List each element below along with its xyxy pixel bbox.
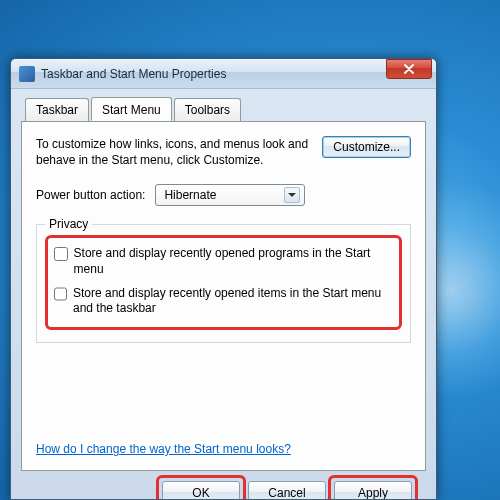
close-button[interactable] [386, 59, 432, 79]
window-title: Taskbar and Start Menu Properties [41, 67, 386, 81]
privacy-highlight: Store and display recently opened progra… [45, 235, 402, 329]
ok-button[interactable]: OK [162, 481, 240, 500]
privacy-checkbox-items[interactable] [54, 287, 67, 301]
tab-toolbars[interactable]: Toolbars [174, 98, 241, 122]
close-icon [404, 64, 414, 74]
privacy-checkbox-programs[interactable] [54, 247, 68, 261]
tab-start-menu[interactable]: Start Menu [91, 97, 172, 121]
customize-description: To customize how links, icons, and menus… [36, 136, 312, 168]
privacy-option-programs-row: Store and display recently opened progra… [54, 246, 393, 277]
power-button-label: Power button action: [36, 188, 145, 202]
privacy-legend: Privacy [45, 217, 92, 231]
apply-button[interactable]: Apply [334, 481, 412, 500]
cancel-button[interactable]: Cancel [248, 481, 326, 500]
help-link[interactable]: How do I change the way the Start menu l… [36, 442, 291, 456]
power-button-combo[interactable]: Hibernate [155, 184, 305, 206]
customize-button[interactable]: Customize... [322, 136, 411, 158]
power-button-value: Hibernate [164, 188, 216, 202]
dialog-button-bar: OK Cancel Apply [21, 471, 426, 500]
tab-panel-start-menu: To customize how links, icons, and menus… [21, 121, 426, 471]
tab-strip: Taskbar Start Menu Toolbars [25, 97, 426, 121]
privacy-label-items: Store and display recently opened items … [73, 286, 393, 317]
tab-taskbar[interactable]: Taskbar [25, 98, 89, 122]
privacy-option-items-row: Store and display recently opened items … [54, 286, 393, 317]
window-icon [19, 66, 35, 82]
privacy-label-programs: Store and display recently opened progra… [74, 246, 393, 277]
properties-dialog: Taskbar and Start Menu Properties Taskba… [10, 58, 437, 500]
privacy-group: Privacy Store and display recently opene… [36, 224, 411, 342]
chevron-down-icon [284, 187, 300, 203]
titlebar[interactable]: Taskbar and Start Menu Properties [11, 59, 436, 89]
